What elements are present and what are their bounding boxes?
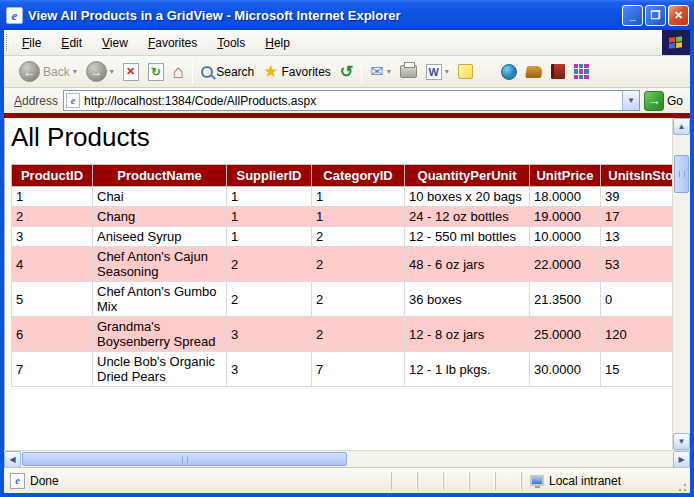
table-row: 3Aniseed Syrup1212 - 550 ml bottles10.00…: [12, 227, 673, 247]
forward-icon: →: [86, 61, 107, 82]
refresh-icon: ↻: [148, 63, 164, 81]
table-cell: 2: [12, 207, 93, 227]
status-pane: [417, 472, 443, 490]
table-cell: 4: [12, 247, 93, 282]
menu-tools[interactable]: Tools: [207, 30, 255, 56]
addon-globe-button[interactable]: [497, 62, 521, 82]
globe-icon: [501, 64, 517, 80]
table-cell: 3: [227, 317, 312, 352]
messenger-note-button[interactable]: [454, 62, 477, 81]
table-header-row: ProductIDProductNameSupplierIDCategoryID…: [12, 165, 673, 187]
table-cell: 2: [312, 317, 405, 352]
table-cell: 15: [601, 352, 673, 387]
back-button[interactable]: ← Back ▾: [15, 59, 81, 84]
table-cell: 24 - 12 oz bottles: [405, 207, 530, 227]
minimize-button[interactable]: _: [622, 5, 643, 26]
horizontal-scroll-thumb[interactable]: [22, 452, 347, 466]
addon-messenger-button[interactable]: [570, 62, 593, 81]
table-cell: 10.0000: [530, 227, 601, 247]
zone-text: Local intranet: [549, 474, 621, 488]
table-row: 7Uncle Bob's Organic Dried Pears3712 - 1…: [12, 352, 673, 387]
scroll-down-button[interactable]: ▼: [673, 433, 690, 450]
table-cell: Chef Anton's Gumbo Mix: [93, 282, 227, 317]
go-button[interactable]: →: [644, 91, 664, 111]
search-label: Search: [216, 65, 254, 79]
table-cell: 1: [227, 207, 312, 227]
address-url[interactable]: http://localhost:1384/Code/AllProducts.a…: [84, 94, 622, 108]
horizontal-scroll-track[interactable]: [21, 451, 673, 467]
toolbar-separator: [361, 60, 362, 84]
table-row: 5Chef Anton's Gumbo Mix2236 boxes21.3500…: [12, 282, 673, 317]
maximize-button[interactable]: ❐: [645, 5, 666, 26]
thumb-grip: [182, 456, 188, 463]
edit-with-word-button[interactable]: W ▾: [422, 62, 453, 82]
status-bar: e Done Local intranet: [4, 467, 690, 493]
page-title: All Products: [11, 122, 672, 153]
menu-edit[interactable]: Edit: [51, 30, 92, 56]
edit-dropdown-icon[interactable]: ▾: [445, 67, 449, 76]
address-dropdown-icon[interactable]: ▼: [622, 91, 639, 110]
table-cell: 39: [601, 187, 673, 207]
menu-file[interactable]: File: [12, 30, 51, 56]
table-cell: 10 boxes x 20 bags: [405, 187, 530, 207]
back-label: Back: [43, 65, 70, 79]
column-header: SupplierID: [227, 165, 312, 187]
word-icon: W: [426, 64, 442, 80]
products-table-body: 1Chai1110 boxes x 20 bags18.0000392Chang…: [12, 187, 673, 387]
close-button[interactable]: ✕: [668, 5, 689, 26]
back-dropdown-icon[interactable]: ▾: [73, 67, 77, 76]
search-button[interactable]: Search: [197, 63, 258, 81]
stop-icon: ✕: [123, 63, 139, 81]
status-page-icon: e: [10, 473, 25, 489]
print-button[interactable]: [396, 63, 421, 80]
mail-button[interactable]: ✉ ▾: [366, 62, 394, 82]
refresh-button[interactable]: ↻: [144, 61, 168, 83]
history-button[interactable]: ↺: [336, 62, 357, 82]
mail-dropdown-icon[interactable]: ▾: [387, 67, 391, 76]
search-icon: [201, 66, 213, 78]
addon-research-button[interactable]: [547, 62, 569, 81]
table-row: 6Grandma's Boysenberry Spread3212 - 8 oz…: [12, 317, 673, 352]
home-button[interactable]: ⌂: [169, 61, 188, 83]
table-cell: 2: [312, 227, 405, 247]
resize-grip[interactable]: [675, 480, 688, 493]
forward-dropdown-icon[interactable]: ▾: [110, 67, 114, 76]
table-cell: 30.0000: [530, 352, 601, 387]
table-cell: 120: [601, 317, 673, 352]
table-row: 4Chef Anton's Cajun Seasoning2248 - 6 oz…: [12, 247, 673, 282]
table-cell: 12 - 1 lb pkgs.: [405, 352, 530, 387]
vertical-scroll-track[interactable]: [673, 135, 690, 433]
table-cell: Chai: [93, 187, 227, 207]
scroll-right-button[interactable]: ▶: [673, 451, 690, 468]
status-pane: [391, 472, 417, 490]
go-label[interactable]: Go: [667, 94, 683, 108]
horizontal-scrollbar[interactable]: ◀ ▶: [4, 450, 690, 467]
favorites-button[interactable]: ★ Favorites: [259, 61, 335, 82]
favorites-label: Favorites: [281, 65, 330, 79]
note-icon: [458, 64, 473, 79]
vertical-scrollbar[interactable]: ▲ ▼: [672, 118, 690, 450]
back-icon: ←: [19, 61, 40, 82]
stop-button[interactable]: ✕: [119, 61, 143, 83]
menu-view[interactable]: View: [92, 30, 138, 56]
table-row: 1Chai1110 boxes x 20 bags18.000039: [12, 187, 673, 207]
history-icon: ↺: [340, 64, 353, 80]
status-pane: [495, 472, 521, 490]
addon-boot-button[interactable]: [522, 64, 546, 80]
table-cell: 25.0000: [530, 317, 601, 352]
scroll-up-button[interactable]: ▲: [673, 118, 690, 135]
table-cell: 2: [227, 247, 312, 282]
table-cell: 0: [601, 282, 673, 317]
menu-favorites[interactable]: Favorites: [138, 30, 207, 56]
grid-icon: [574, 64, 589, 79]
table-cell: 2: [227, 282, 312, 317]
menu-help[interactable]: Help: [255, 30, 300, 56]
scroll-left-button[interactable]: ◀: [4, 451, 21, 468]
vertical-scroll-thumb[interactable]: [674, 155, 689, 193]
toolbar-separator: [192, 60, 193, 84]
table-cell: 13: [601, 227, 673, 247]
address-input[interactable]: e http://localhost:1384/Code/AllProducts…: [63, 90, 640, 111]
forward-button[interactable]: → ▾: [82, 59, 118, 84]
table-cell: Grandma's Boysenberry Spread: [93, 317, 227, 352]
table-cell: 53: [601, 247, 673, 282]
